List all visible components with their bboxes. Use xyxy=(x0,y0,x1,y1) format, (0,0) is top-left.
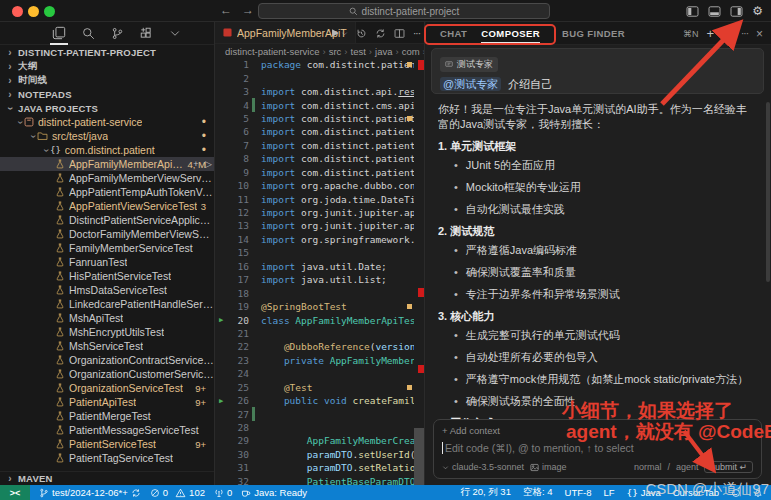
run-java-icon[interactable] xyxy=(330,28,348,38)
chat-scrollbar[interactable] xyxy=(766,102,770,282)
java-status[interactable]: Java: Ready xyxy=(241,487,307,498)
tree-item-organizationservicetest[interactable]: OrganizationServiceTest9+ xyxy=(0,381,214,395)
minimize-window-button[interactable] xyxy=(28,6,39,17)
mode-normal[interactable]: normal xyxy=(634,462,662,472)
maximize-window-button[interactable] xyxy=(44,6,55,17)
tree-item-organizationcustomerservicetest[interactable]: OrganizationCustomerServiceTest xyxy=(0,367,214,381)
code-line-21[interactable]: 21 xyxy=(215,327,414,340)
code-line-18[interactable]: 18 xyxy=(215,286,414,299)
tree-item-distinct-patient-service[interactable]: ›distinct-patient-service• xyxy=(0,115,214,129)
toggle-right-sidebar-icon[interactable] xyxy=(730,6,743,17)
code-line-32[interactable]: 32 PatientBaseParamDTO pa xyxy=(215,475,414,485)
run-test-icon[interactable]: ▶ xyxy=(215,397,227,405)
code-line-29[interactable]: 29 AppFamilyMemberCreateP xyxy=(215,434,414,447)
expand-chevron-icon[interactable]: › xyxy=(15,118,26,126)
chat-close-icon[interactable]: × xyxy=(756,27,763,41)
tree-item-hispatientservicetest[interactable]: HisPatientServiceTest xyxy=(0,269,214,283)
code-line-10[interactable]: 10import org.apache.dubbo.config xyxy=(215,179,414,192)
tree-item-familymemberservicetest[interactable]: FamilyMemberServiceTest xyxy=(0,241,214,255)
breadcrumb-item[interactable]: src xyxy=(329,46,342,57)
section-java-projects[interactable]: ›JAVA PROJECTS xyxy=(0,101,214,115)
section-maven[interactable]: ›MAVEN xyxy=(0,471,214,485)
more-views-chevron-icon[interactable] xyxy=(169,22,181,45)
code-line-7[interactable]: 7import com.distinct.patient.api xyxy=(215,139,414,152)
code-line-9[interactable]: 9import com.distinct.patient.api xyxy=(215,166,414,179)
tree-item-patientapitest[interactable]: PatientApiTest9+ xyxy=(0,395,214,409)
source-control-icon[interactable] xyxy=(111,22,124,45)
code-line-16[interactable]: 16import java.util.Date; xyxy=(215,260,414,273)
nav-back-icon[interactable]: ← xyxy=(220,3,232,17)
run-test-icon[interactable]: ▶ xyxy=(215,316,227,324)
tree-item-mshservicetest[interactable]: MshServiceTest xyxy=(0,339,214,353)
code-line-12[interactable]: 12import org.junit.jupiter.api.A xyxy=(215,206,414,219)
explorer-icon[interactable] xyxy=(52,22,66,45)
breadcrumb-item[interactable]: java xyxy=(375,46,392,57)
search-panel-icon[interactable] xyxy=(82,22,95,45)
code-line-26[interactable]: ▶26 public void createFamilyMe xyxy=(215,394,414,407)
tree-item-patientservicetest[interactable]: PatientServiceTest9+ xyxy=(0,437,214,451)
extensions-icon[interactable] xyxy=(140,22,153,45)
code-line-14[interactable]: 14import org.springframework.boo xyxy=(215,233,414,246)
submit-button[interactable]: submit ↵ xyxy=(704,461,753,473)
breadcrumb-item[interactable]: com xyxy=(402,46,420,57)
tab-chat[interactable]: CHAT xyxy=(440,22,467,45)
command-center-search[interactable]: distinct-patient-project xyxy=(258,3,550,19)
more-actions-icon[interactable]: ··· xyxy=(413,28,420,39)
chat-input-box[interactable]: + Add context Edit code (⌘I), @ to menti… xyxy=(433,419,762,479)
tree-item-apppatientviewservicetest[interactable]: AppPatientViewServiceTest3 xyxy=(0,199,214,213)
section-outline[interactable]: ›大纲 xyxy=(0,59,214,73)
code-line-28[interactable]: 28 xyxy=(215,421,414,434)
code-line-31[interactable]: 31 paramDTO.setRelationsh xyxy=(215,461,414,474)
gear-icon[interactable]: ⚙ xyxy=(752,4,763,18)
agent-chip[interactable]: 测试专家 xyxy=(440,57,498,72)
tree-item-hmsdataservicetest[interactable]: HmsDataServiceTest xyxy=(0,283,214,297)
breadcrumb-item[interactable]: distinct-patient-service xyxy=(225,46,320,57)
code-line-13[interactable]: 13import org.junit.jupiter.api.T xyxy=(215,219,414,232)
tree-item-appfamilymemberviewservicetest[interactable]: AppFamilyMemberViewServiceTest xyxy=(0,171,214,185)
code-line-1[interactable]: 1package com.distinct.patient; xyxy=(215,58,414,71)
tab-bug-finder[interactable]: BUG FINDER xyxy=(562,22,625,45)
tree-item-com-distinct-patient[interactable]: ›{}com.distinct.patient• xyxy=(0,143,214,157)
new-chat-plus-icon[interactable]: + xyxy=(706,26,714,41)
sync-icon[interactable] xyxy=(375,28,386,39)
tree-item-doctorfamilymemberviewservicetest[interactable]: DoctorFamilyMemberViewServiceTest xyxy=(0,227,214,241)
mention-chip[interactable]: @测试专家 xyxy=(440,77,501,91)
git-branch-status[interactable]: test/2024-12-06*+ xyxy=(39,487,141,498)
toggle-bottom-panel-icon[interactable] xyxy=(708,6,721,17)
code-line-25[interactable]: 25 @Test xyxy=(215,381,414,394)
tree-item-mshencryptutilstest[interactable]: MshEncryptUtilsTest xyxy=(0,325,214,339)
code-line-11[interactable]: 11import org.joda.time.DateTime; xyxy=(215,192,414,205)
code-line-6[interactable]: 6import com.distinct.patient.api xyxy=(215,125,414,138)
tree-item-src-test-java[interactable]: ›src/test/java• xyxy=(0,129,214,143)
code-line-27[interactable]: 27 xyxy=(215,407,414,420)
tree-item-patienttagservicetest[interactable]: PatientTagServiceTest xyxy=(0,451,214,465)
expand-chevron-icon[interactable]: › xyxy=(28,132,39,140)
breadcrumb[interactable]: distinct-patient-service›src›test›java›c… xyxy=(215,44,424,58)
cursor-position-status[interactable]: 行 20, 列 31 xyxy=(460,486,511,499)
code-line-23[interactable]: 23 private AppFamilyMemberApi xyxy=(215,354,414,367)
tree-item-fanruantest[interactable]: FanruanTest xyxy=(0,255,214,269)
section-timeline[interactable]: ›时间线 xyxy=(0,73,214,87)
tree-item-apppatienttempauthtokenverifyapit-[interactable]: AppPatientTempAuthTokenVerifyApiT... xyxy=(0,185,214,199)
code-line-22[interactable]: 22 @DubboReference(version = xyxy=(215,340,414,353)
chat-history-icon[interactable] xyxy=(722,28,733,39)
nav-forward-icon[interactable]: → xyxy=(242,3,254,17)
close-window-button[interactable] xyxy=(12,6,23,17)
code-area[interactable]: 1package com.distinct.patient;23import c… xyxy=(215,58,414,485)
code-line-4[interactable]: 4import com.distinct.cms.api.vo xyxy=(215,98,414,111)
tree-item-organizationcontractservicetest[interactable]: OrganizationContractServiceTest xyxy=(0,353,214,367)
remote-indicator[interactable]: >< xyxy=(0,485,30,500)
split-editor-icon[interactable] xyxy=(394,28,405,39)
local-history-icon[interactable] xyxy=(356,28,367,39)
expand-chevron-icon[interactable]: › xyxy=(41,146,52,154)
tree-item-linkedcarepatienthandleservicetest[interactable]: LinkedcarePatientHandleServiceTest xyxy=(0,297,214,311)
add-context-button[interactable]: + Add context xyxy=(442,425,753,436)
toggle-left-sidebar-icon[interactable] xyxy=(686,6,699,17)
code-line-19[interactable]: 19@SpringBootTest xyxy=(215,300,414,313)
code-line-8[interactable]: 8import com.distinct.patient.api xyxy=(215,152,414,165)
image-icon[interactable]: image xyxy=(530,462,567,472)
tab-composer[interactable]: COMPOSER xyxy=(481,22,540,45)
chat-more-icon[interactable]: ··· xyxy=(741,28,748,39)
breadcrumb-item[interactable]: test xyxy=(351,46,366,57)
editor-scrollbar[interactable] xyxy=(414,428,424,485)
